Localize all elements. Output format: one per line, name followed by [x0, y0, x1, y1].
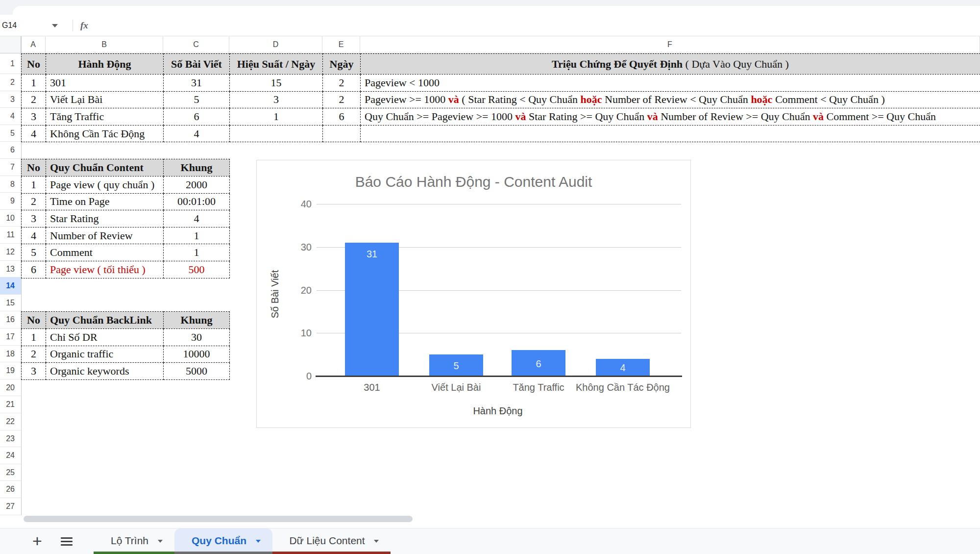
row-header-5[interactable]: 5 — [0, 125, 21, 142]
row-header-25[interactable]: 25 — [0, 464, 21, 481]
cell-name[interactable]: Chỉ Số DR — [46, 329, 164, 346]
cell-name[interactable]: Page view ( quy chuẩn ) — [46, 176, 164, 194]
cell-name[interactable]: Number of Review — [46, 227, 164, 244]
header-action[interactable]: Hành Động — [46, 54, 164, 75]
sheet-tab-dropdown-icon[interactable] — [374, 540, 379, 543]
row-header-20[interactable]: 20 — [0, 379, 21, 397]
name-box-dropdown-icon[interactable] — [52, 24, 58, 27]
cell-no[interactable]: 4 — [22, 227, 46, 244]
cell-criteria[interactable]: Quy Chuẩn >= Pageview >= 1000 và Star Ra… — [361, 108, 980, 126]
header-no[interactable]: No — [22, 54, 46, 75]
name-box[interactable]: G14 — [2, 15, 17, 36]
column-header-A[interactable]: A — [21, 36, 46, 53]
cell-posts[interactable]: 31 — [164, 75, 230, 92]
cell-value[interactable]: 00:01:00 — [164, 193, 230, 210]
row-header-9[interactable]: 9 — [0, 193, 21, 210]
cell-name[interactable]: Time on Page — [46, 193, 164, 210]
cell-name[interactable]: Comment — [46, 244, 164, 261]
column-header-D[interactable]: D — [229, 36, 322, 53]
cell-no[interactable]: 3 — [22, 108, 46, 126]
cell-action[interactable]: Không Cần Tác Động — [46, 125, 164, 142]
cell-no[interactable]: 2 — [22, 193, 46, 210]
header-criteria[interactable]: Triệu Chứng Để Quyết Định ( Dựa Vào Quy … — [361, 54, 980, 75]
chart-bar[interactable] — [345, 243, 399, 376]
cell-name[interactable]: Organic keywords — [46, 363, 164, 380]
header-posts[interactable]: Số Bài Viết — [164, 54, 230, 75]
header-name[interactable]: Quy Chuẩn Content — [46, 159, 164, 176]
cell-action[interactable]: Viết Lại Bài — [46, 91, 164, 108]
cell-no[interactable]: 5 — [22, 244, 46, 261]
cell-no[interactable]: 1 — [22, 329, 46, 346]
row-header-22[interactable]: 22 — [0, 413, 21, 430]
column-header-E[interactable]: E — [322, 36, 360, 53]
row-header-18[interactable]: 18 — [0, 346, 21, 363]
row-header-3[interactable]: 3 — [0, 91, 21, 108]
add-sheet-button[interactable]: + — [28, 529, 46, 554]
cell-value[interactable]: 2000 — [164, 176, 230, 194]
sheet-tab-2[interactable]: Quy Chuẩn — [174, 529, 272, 554]
header-value[interactable]: Khung — [164, 312, 230, 329]
cell-value[interactable]: 1 — [164, 227, 230, 244]
row-header-2[interactable]: 2 — [0, 74, 21, 91]
cell-posts[interactable]: 6 — [164, 108, 230, 126]
column-header-C[interactable]: C — [163, 36, 229, 53]
row-header-23[interactable]: 23 — [0, 430, 21, 448]
row-header-14[interactable]: 14 — [0, 277, 21, 295]
row-header-11[interactable]: 11 — [0, 227, 21, 244]
cell-value[interactable]: 500 — [164, 261, 230, 278]
cell-value[interactable]: 10000 — [164, 346, 230, 363]
row-header-1[interactable]: 1 — [0, 53, 21, 74]
row-header-4[interactable]: 4 — [0, 108, 21, 125]
cell-value[interactable]: 1 — [164, 244, 230, 261]
row-header-17[interactable]: 17 — [0, 328, 21, 346]
cell-no[interactable]: 6 — [22, 261, 46, 278]
row-header-21[interactable]: 21 — [0, 396, 21, 413]
row-header-10[interactable]: 10 — [0, 210, 21, 227]
header-name[interactable]: Quy Chuẩn BackLink — [46, 312, 164, 329]
row-header-6[interactable]: 6 — [0, 142, 21, 159]
cell-action[interactable]: 301 — [46, 75, 164, 92]
row-header-8[interactable]: 8 — [0, 176, 21, 193]
cell-name[interactable]: Organic traffic — [46, 346, 164, 363]
cell-no[interactable]: 2 — [22, 91, 46, 108]
cell-posts[interactable]: 5 — [164, 91, 230, 108]
header-no[interactable]: No — [22, 159, 46, 176]
cell-criteria[interactable]: Pageview >= 1000 và ( Star Rating < Quy … — [361, 91, 980, 108]
select-all-corner[interactable] — [0, 36, 21, 53]
row-header-12[interactable]: 12 — [0, 244, 21, 261]
sheet-tab-3[interactable]: Dữ Liệu Content — [272, 529, 391, 554]
cell-days[interactable]: 2 — [323, 91, 361, 108]
cell-value[interactable]: 30 — [164, 329, 230, 346]
row-header-26[interactable]: 26 — [0, 481, 21, 498]
cell-criteria[interactable] — [361, 125, 980, 142]
header-days[interactable]: Ngày — [323, 54, 361, 75]
header-rate[interactable]: Hiệu Suất / Ngày — [230, 54, 323, 75]
cell-rate[interactable] — [230, 125, 323, 142]
cell-value[interactable]: 5000 — [164, 363, 230, 380]
cell-action[interactable]: Tăng Traffic — [46, 108, 164, 126]
header-value[interactable]: Khung — [164, 159, 230, 176]
cell-rate[interactable]: 1 — [230, 108, 323, 126]
column-header-F[interactable]: F — [360, 36, 980, 53]
cell-criteria[interactable]: Pageview < 1000 — [361, 75, 980, 92]
cell-days[interactable] — [323, 125, 361, 142]
sheet-tab-1[interactable]: Lộ Trình — [94, 529, 174, 554]
all-sheets-menu-icon[interactable] — [60, 536, 74, 548]
cell-days[interactable]: 6 — [323, 108, 361, 126]
embedded-bar-chart[interactable]: Báo Cáo Hành Động - Content Audit Số Bài… — [256, 160, 691, 428]
row-header-16[interactable]: 16 — [0, 311, 21, 328]
sheet-tab-dropdown-icon[interactable] — [158, 540, 163, 543]
header-no[interactable]: No — [22, 312, 46, 329]
cell-rate[interactable]: 15 — [230, 75, 323, 92]
cell-no[interactable]: 3 — [22, 210, 46, 227]
cell-posts[interactable]: 4 — [164, 125, 230, 142]
cell-name[interactable]: Page view ( tối thiểu ) — [46, 261, 164, 278]
cell-no[interactable]: 1 — [22, 176, 46, 194]
sheet-tab-dropdown-icon[interactable] — [256, 540, 261, 543]
row-header-27[interactable]: 27 — [0, 498, 21, 515]
row-header-15[interactable]: 15 — [0, 295, 21, 312]
row-header-19[interactable]: 19 — [0, 362, 21, 379]
cell-no[interactable]: 1 — [22, 75, 46, 92]
horizontal-scrollbar[interactable] — [24, 516, 413, 522]
cell-no[interactable]: 3 — [22, 363, 46, 380]
